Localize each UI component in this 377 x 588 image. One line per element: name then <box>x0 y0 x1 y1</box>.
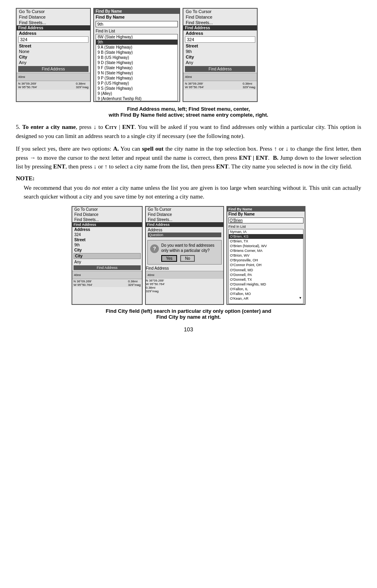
coord-n-right: N 36°09.269' <box>185 82 204 85</box>
br-search-input[interactable]: O'Brien <box>228 217 303 223</box>
bold-to-enter: To enter a city name <box>22 124 75 130</box>
city-item-10[interactable]: O'Donnell, TX <box>229 277 303 282</box>
bc-find-address-btn[interactable]: Find Address <box>146 266 223 270</box>
bc-find-streets[interactable]: Find Streets... <box>146 217 223 222</box>
city-item-1[interactable]: O'Brien, KS <box>229 234 303 239</box>
address-label-right: Address <box>183 30 257 36</box>
list-item-12[interactable]: 9 (Ardenhurst Twshp Rd) <box>96 96 177 101</box>
find-address-btn-right[interactable]: Find Address <box>185 66 255 72</box>
address-value-left[interactable]: 324 <box>18 36 89 43</box>
street-label-left: Street <box>17 43 90 49</box>
bc-addr-section: Address Question <box>146 227 223 238</box>
body-paragraph-1: 5. To enter a city name, press ↓ to City… <box>16 123 361 140</box>
mag-left: 329°mag <box>76 85 89 89</box>
find-by-name-header-center: Find By Name <box>94 9 179 14</box>
no-button[interactable]: No <box>180 255 195 262</box>
goto-cursor-right[interactable]: Go To Cursor <box>183 9 257 14</box>
question-dialog: ? Do you want to find addresses only wit… <box>147 240 222 265</box>
yes-button[interactable]: Yes <box>161 255 177 262</box>
list-container-center: 8W (State Highway) 9th 9 A (State Highwa… <box>96 34 178 101</box>
search-input-center[interactable]: 9th <box>96 21 178 27</box>
bc-scale: 40mi <box>147 273 154 277</box>
city-item-3[interactable]: O'Brien (historical), WV <box>229 244 303 248</box>
list-item-10[interactable]: 9 S (State Highway) <box>96 86 177 91</box>
mag-right: 329°mag <box>243 85 255 89</box>
address-value-right[interactable]: 324 <box>185 36 255 43</box>
note-body: We recommend that you do not enter a cit… <box>24 183 361 201</box>
find-distance-right[interactable]: Find Distance <box>183 14 257 20</box>
city-item-0[interactable]: Nyman, IA <box>229 229 303 234</box>
bl-city-value[interactable]: City <box>74 253 141 259</box>
option-b: B. <box>273 155 279 161</box>
bl-goto-cursor[interactable]: Go To Cursor <box>72 207 142 212</box>
city-item-11[interactable]: O'Donnell Heights, MD <box>229 282 303 287</box>
city-item-13[interactable]: O'Fallon, MO <box>229 291 303 296</box>
top-caption: Find Address menu, left; Find Street men… <box>16 106 361 118</box>
page-number: 103 <box>16 326 361 333</box>
city-item-4[interactable]: O'Briens Corner, MA <box>229 248 303 253</box>
find-by-name-label-center: Find By Name <box>94 14 179 20</box>
city-item-8[interactable]: O'Donnell, MD <box>229 268 303 272</box>
bc-goto-cursor[interactable]: Go To Cursor <box>146 207 223 212</box>
map-bar-right: 40mi <box>183 73 257 81</box>
bc-coords-bar: N 36°09.269' W 95°50.764' 0.38mi 329°mag <box>146 279 223 293</box>
bl-coords-bar: N 36°09.269' W 95°50.764' 0.38mi 329°mag <box>72 279 142 287</box>
city-item-5[interactable]: O'Brion, WV <box>229 253 303 258</box>
bl-find-distance[interactable]: Find Distance <box>72 212 142 217</box>
list-item-7[interactable]: 9 N (State Highway) <box>96 70 177 76</box>
find-address-btn-left[interactable]: Find Address <box>18 66 89 72</box>
bottom-center-screen: Go To Cursor Find Distance Find Streets.… <box>145 206 224 305</box>
coords-dist-left: 0.38mi 329°mag <box>76 82 89 89</box>
list-item-8[interactable]: 9 P (State Highway) <box>96 76 177 81</box>
map-bar-left: 40mi <box>17 73 90 81</box>
ent-bold-1: ENT <box>122 124 134 130</box>
bc-map-bar: 40mi <box>146 271 223 279</box>
top-center-screen: Find By Name Find By Name 9th Find In Li… <box>93 8 180 102</box>
bl-find-streets[interactable]: Find Streets... <box>72 217 142 222</box>
top-caption-line2: with Find By Name field active; street n… <box>16 112 361 118</box>
ent-3: ENT <box>216 163 228 170</box>
spell-out: spell out <box>142 146 164 152</box>
address-label-left: Address <box>17 30 90 36</box>
goto-cursor-left[interactable]: Go To Cursor <box>17 9 90 14</box>
city-item-12[interactable]: O'Fallon, IL <box>229 287 303 291</box>
find-streets-right[interactable]: Find Streets... <box>183 20 257 25</box>
bl-find-address-btn[interactable]: Find Address <box>74 265 141 270</box>
bl-scale: 40mi <box>74 273 81 277</box>
list-item-4[interactable]: 9 B (US Highway) <box>96 55 177 60</box>
city-item-6[interactable]: O'Bryonsville, OH <box>229 258 303 263</box>
city-item-14[interactable]: O'Kean, AR▼ <box>229 296 303 301</box>
find-streets-left[interactable]: Find Streets... <box>17 20 90 25</box>
list-item-5[interactable]: 9 D (State Highway) <box>96 60 177 65</box>
bl-address-value: 324 <box>72 232 142 237</box>
list-item-0[interactable]: 8W (State Highway) <box>96 34 177 40</box>
bl-address-label: Address <box>72 227 142 232</box>
top-right-screen: Go To Cursor Find Distance Find Streets.… <box>183 8 258 102</box>
question-text: Do you want to find addresses only withi… <box>161 243 219 253</box>
map-bar-inner-left: 40mi <box>17 73 90 81</box>
bc-question-header: Question <box>148 233 221 237</box>
list-item-9[interactable]: 9 P (US Highway) <box>96 81 177 86</box>
city-label-right: City <box>183 54 257 60</box>
bc-find-distance[interactable]: Find Distance <box>146 212 223 217</box>
bl-street-label: Street <box>72 237 142 242</box>
list-item-2[interactable]: 9 A (State Highway) <box>96 45 177 50</box>
city-item-2[interactable]: O'Brien, TX <box>229 239 303 244</box>
option-a: A. <box>113 146 119 152</box>
top-screens-row: Go To Cursor Find Distance Find Streets.… <box>16 8 361 102</box>
scale-left: 40mi <box>18 75 25 79</box>
bl-any-value: Any <box>72 259 142 265</box>
city-item-9[interactable]: O'Donnell, PA <box>229 272 303 277</box>
question-icon: ? <box>150 244 159 253</box>
find-distance-left[interactable]: Find Distance <box>17 14 90 20</box>
dist-left: 0.38mi <box>76 82 89 85</box>
city-smallcaps: City <box>105 124 117 130</box>
city-item-7[interactable]: O'Connor Point, OH <box>229 263 303 267</box>
list-item-6[interactable]: 9 F (State Highway) <box>96 65 177 70</box>
coords-dist-right: 0.38mi 329°mag <box>243 82 255 89</box>
list-item-1[interactable]: 9th <box>96 40 177 45</box>
scale-right: 40mi <box>185 75 192 79</box>
list-item-3[interactable]: 9 B (State Highway) <box>96 50 177 55</box>
list-item-11[interactable]: 9 (Alley) <box>96 91 177 96</box>
note-title: NOTE: <box>16 175 361 182</box>
